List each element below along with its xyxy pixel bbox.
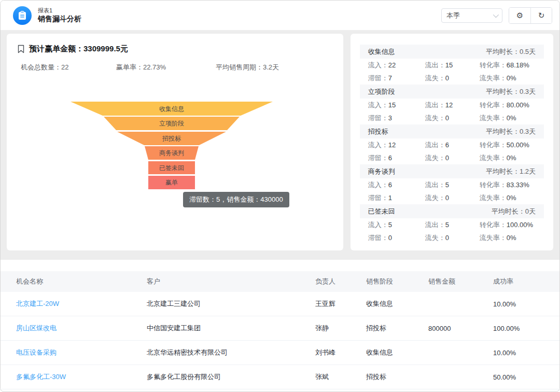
stat-opportunity-total: 机会总数量：22 [21, 63, 68, 72]
stage-header: 商务谈判 平均时长：1.2天 [360, 164, 544, 178]
metric-value: 0.3天 [520, 128, 536, 135]
metric-label: 流入： [368, 61, 388, 69]
gear-icon: ⚙ [516, 11, 523, 20]
expected-amount-caption: 预计赢单金额： [29, 44, 83, 53]
metric-row: 流入：5 流出：5 转化率：100.00% [360, 218, 544, 231]
metric-label: 滞留： [368, 114, 388, 122]
expected-amount-value: 3309999.5元 [83, 44, 128, 53]
metric-inflow: 流入：22 [368, 61, 425, 70]
metric-loss-rate: 流失率：0% [480, 193, 536, 203]
metric-stranded: 滞留：0 [368, 233, 425, 243]
metric-row: 滞留：7 流失：0 流失率：0% [360, 72, 544, 85]
metric-label: 流入： [368, 101, 388, 109]
metric-stranded: 滞留：7 [368, 74, 425, 83]
metric-label: 流失率： [480, 154, 507, 162]
col-header-opportunity: 机会名称 [16, 277, 147, 286]
main-area: 预计赢单金额：3309999.5元 机会总数量：22 赢单率：22.73% 平均… [1, 31, 559, 260]
funnel-label: 商务谈判 [159, 149, 184, 157]
funnel-label: 赢单 [165, 179, 178, 186]
toolbar-button-group: ⚙ ↻ [509, 7, 552, 24]
metric-lost: 流失：0 [425, 233, 480, 243]
metric-label: 流失率： [480, 114, 507, 122]
metric-value: 0% [507, 114, 516, 122]
metric-conversion: 转化率：68.18% [480, 61, 536, 70]
metric-inflow: 流入：5 [368, 220, 425, 230]
metric-conversion: 转化率：80.00% [480, 101, 536, 110]
metric-value: 7 [388, 74, 392, 82]
stage-block-collect-info: 收集信息 平均时长：0.5天 流入：22 流出：15 转化率：68.18% 滞留… [360, 45, 544, 85]
metric-label: 流失： [425, 194, 445, 202]
stage-duration: 平均时长：1.2天 [486, 167, 536, 176]
stage-block-negotiation: 商务谈判 平均时长：1.2天 流入：6 流出：5 转化率：83.33% 滞留：1… [360, 164, 544, 204]
stage-duration: 平均时长：0.5天 [486, 47, 536, 57]
stage-name: 已签未回 [368, 207, 395, 216]
period-select-value: 本季 [446, 11, 460, 20]
metric-label: 平均时长： [486, 88, 520, 95]
metric-outflow: 流出：5 [425, 180, 480, 190]
stage-metrics-card: 收集信息 平均时长：0.5天 流入：22 流出：15 转化率：68.18% 滞留… [351, 34, 553, 250]
funnel-label: 立项阶段 [159, 120, 184, 127]
metric-value: 12 [388, 141, 396, 149]
metric-value: 3 [388, 114, 392, 122]
metric-value: 0% [507, 194, 516, 202]
metric-value: 0.5天 [520, 48, 536, 55]
cell-customer: 多氟多化工股份有限公司 [147, 372, 315, 382]
top-bar-right: 本季 ⚙ ↻ [441, 7, 552, 24]
metric-label: 流失： [425, 74, 445, 82]
metric-row: 滞留：0 流失：0 流失率：0% [360, 231, 544, 244]
metric-value: 5 [388, 221, 392, 229]
metric-row: 流入：15 流出：12 转化率：80.00% [360, 99, 544, 111]
col-header-owner: 负责人 [315, 277, 366, 286]
report-icon [13, 6, 32, 25]
metric-label: 流失率： [480, 234, 507, 242]
metric-value: 22 [388, 61, 396, 69]
cell-customer: 中信国安建工集团 [147, 324, 315, 333]
cell-owner: 张斌 [315, 372, 366, 382]
metric-outflow: 流出：6 [425, 141, 480, 150]
metric-inflow: 流入：6 [368, 180, 425, 190]
refresh-button[interactable]: ↻ [530, 8, 552, 23]
metric-label: 滞留： [368, 154, 388, 162]
metric-label: 平均时长： [492, 207, 525, 215]
opportunity-link[interactable]: 北京建工-20W [16, 299, 147, 309]
opportunity-link[interactable]: 电压设备采购 [16, 348, 147, 357]
funnel-label: 招投标 [162, 135, 181, 142]
settings-button[interactable]: ⚙ [509, 8, 530, 23]
cell-success: 50.00% [493, 373, 559, 381]
clipboard-icon [18, 11, 26, 20]
metric-loss-rate: 流失率：0% [480, 233, 536, 243]
metric-label: 平均时长： [486, 167, 520, 175]
metric-value: 0 [445, 74, 449, 82]
metric-label: 流入： [368, 141, 388, 149]
col-header-amount: 销售金额 [428, 277, 493, 286]
metric-outflow: 流出：15 [425, 61, 480, 70]
metric-stranded: 滞留：1 [368, 193, 425, 203]
metric-value: 0 [445, 194, 449, 202]
metric-label: 流入： [368, 181, 388, 189]
funnel-card: 预计赢单金额：3309999.5元 机会总数量：22 赢单率：22.73% 平均… [7, 34, 343, 250]
metric-value: 50.00% [507, 141, 529, 149]
metric-label: 转化率： [480, 221, 507, 229]
stat-value: 3.2天 [263, 63, 279, 71]
table-row: 北京建工-20W 北京建工三建公司 王亚辉 收集信息 10.00% [1, 292, 559, 316]
period-select[interactable]: 本季 [441, 8, 502, 23]
chevron-down-icon [493, 11, 499, 17]
opportunity-link[interactable]: 房山区煤改电 [16, 324, 147, 333]
opportunity-table-section: 机会名称 客户 负责人 销售阶段 销售金额 成功率 北京建工-20W 北京建工三… [1, 260, 559, 389]
metric-value: 6 [388, 154, 392, 162]
stat-value: 22 [61, 63, 68, 71]
stage-name: 商务谈判 [368, 167, 395, 176]
col-header-success: 成功率 [493, 277, 559, 286]
metric-lost: 流失：0 [425, 74, 480, 83]
metric-value: 1 [388, 194, 392, 202]
cell-success: 100.00% [493, 325, 559, 332]
metric-row: 流入：12 流出：6 转化率：50.00% [360, 138, 544, 151]
stage-header: 已签未回 平均时长：0天 [360, 204, 544, 218]
metric-lost: 流失：0 [425, 193, 480, 203]
stage-name: 招投标 [368, 127, 388, 136]
opportunity-link[interactable]: 多氟多化工-30W [16, 372, 147, 382]
metric-label: 流出： [425, 101, 445, 109]
cell-success: 10.00% [493, 300, 559, 308]
funnel-label: 已签未回 [159, 164, 184, 172]
metric-stranded: 滞留：3 [368, 114, 425, 123]
